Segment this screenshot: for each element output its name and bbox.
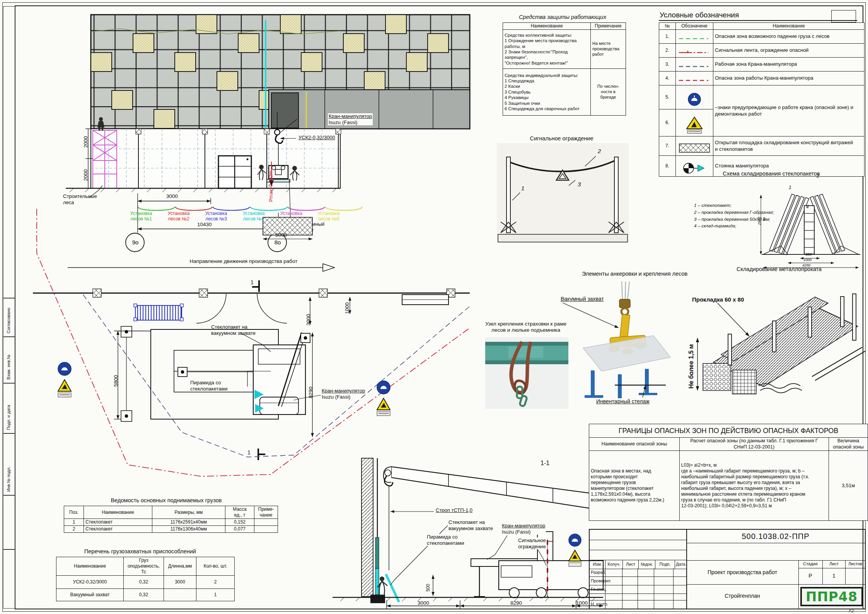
rigging-h-length: Длинна,мм (164, 557, 196, 576)
glass-storage-dim-2900: 2900 (757, 217, 761, 225)
danger-zone-name: Опасная зона в местах, над которыми прои… (589, 451, 680, 521)
protection-title: Средства защиты работающих (503, 14, 622, 20)
section-crane-label: Кран-манипуляторIsuzu (Fassi) (501, 523, 546, 535)
crane-truck-plan (178, 333, 310, 414)
legend-num-4: 4. (659, 72, 676, 85)
legend-col-name: Наименование (713, 23, 865, 30)
loads-r2-name: Стеклопакет (84, 526, 152, 533)
legend-num-5: 5. (659, 85, 676, 109)
section-title: 1-1 (541, 459, 549, 467)
tb-doc-number: 500.1038.02-ППР (686, 530, 865, 543)
plan-wall (33, 289, 470, 323)
legend-name-4: Опасна зона работы Крана-манипулятора (713, 72, 865, 85)
rigging-r1-name: УСК2-0,32/3000 (56, 576, 124, 589)
legend-symbol-danger-zone (676, 72, 713, 85)
rigging-r2-capacity: 0,32 (124, 589, 164, 601)
protection-col-name: Наименование (503, 23, 591, 30)
legend-col-sym: Обозначене (676, 23, 713, 30)
side-strip-box1-label: Взам. инв.№ (6, 355, 11, 380)
legend-name-2: Сигнальная лента, ограждение опасной (713, 44, 865, 58)
metal-storage-title: Складирование металлопроката (692, 266, 866, 273)
table-row: 1 Стеклопакет 1176х2591х40мм 0,152 (64, 519, 278, 526)
side-strip-agreed: Согласовано (6, 308, 11, 333)
glass-storage-callout-2: 2 (817, 173, 819, 179)
tb-sheet-h: Лист (823, 560, 846, 568)
fence-callout-2: 2 (598, 148, 601, 155)
open-storage-area (263, 217, 312, 235)
tb-col-data: Дата (675, 560, 686, 569)
hook-block (619, 299, 630, 315)
scaffold-label: Строительные леса (63, 193, 97, 205)
plan-glass-label-text: Стеклопакет на вакуумном захвате (211, 324, 256, 336)
section-pyramid-label: Пирамида со стеклопакетами (426, 534, 465, 546)
rigging-r2-length (164, 589, 196, 601)
tb-glspec: Гл.спец. (590, 585, 686, 594)
danger-h-name: Наименование опасной зоны (589, 438, 680, 451)
storage-fence (134, 304, 183, 321)
legend-table: № Обозначене Наименование 1. Опасная зон… (659, 22, 865, 177)
protection-col-note: Примечание (591, 23, 626, 30)
tb-sheet-value: 1 (823, 568, 846, 584)
danger-h-calc: Расчет опасной зоны (по данным табл. Г.1… (679, 438, 829, 451)
rigging-h-name: Наименование (56, 557, 124, 576)
inventory-rack (585, 369, 666, 403)
tb-col-ndok: №док. (639, 560, 655, 569)
tb-stage-h: Стадия (798, 560, 823, 568)
section-dim-8290: 8290 (510, 600, 522, 606)
dim-1000-plan-label: 1000 (344, 302, 350, 314)
loads-r2-mass: 0,077 (225, 526, 254, 533)
tb-project: Проект производства работ (686, 560, 798, 585)
plan-crane-line1: Кран-манипулятор (322, 388, 365, 394)
ppr48-logo: ППР48 (800, 587, 863, 606)
section-sling-label: Строп тСТП-1,0 (435, 507, 473, 513)
rigging-table: Наименование Груз оподъемность, Тс Длинн… (56, 557, 235, 601)
loads-h-note: Приме- чание (254, 506, 278, 519)
rigging-table-title: Перечень грузозахватных приспособлений (56, 548, 224, 555)
loads-h-name: Наименование (84, 506, 152, 519)
table-row: УСК2-0,32/3000 0,32 3000 2 (56, 576, 235, 589)
tb-col-izm: Изм. (590, 560, 605, 569)
legend-symbol-helmet-sign-icon (676, 85, 713, 109)
loads-r2-note (254, 526, 278, 533)
legend-num-1: 1. (659, 30, 676, 44)
side-strip-box3-label: Инв.№ подл. (6, 467, 11, 492)
legend-num-3: 3. (659, 58, 676, 72)
legend-num-8: 8. (659, 156, 676, 177)
dim-8290-plan-label: 8290 (308, 387, 314, 398)
anchoring-vacuum-label: Вакумный захват (560, 296, 605, 302)
legend-symbol-storage-area (676, 136, 713, 156)
table-row: 2 Стеклопакет 1176х1306х40мм 0,077 (64, 526, 278, 533)
dim-2000-top: 2000 (83, 136, 89, 148)
entrance-door (218, 156, 251, 188)
metal-height-label: Не более 1,5 м (687, 344, 695, 389)
section-crane-line1: Кран-манипулятор (502, 523, 545, 529)
fence-callout-1: 1 (521, 185, 524, 192)
legend-name-3: Рабочая зона Крана-манипулятора (713, 58, 865, 72)
legend-title-rule (659, 20, 857, 21)
legend-num-2: 2. (659, 44, 676, 58)
legend-name-7: Открытая площадка складирования конструк… (713, 136, 865, 156)
section-fence-label: Сигнальное ограждение (517, 537, 547, 549)
metal-spacer-label: Прокладка 60 x 80 (691, 296, 745, 303)
section-boom (384, 467, 603, 570)
rigging-h-capacity: Груз оподъемность, Тс (124, 557, 164, 576)
side-strip-box5 (3, 549, 15, 609)
legend-num-6: 6. (659, 109, 676, 136)
protection-individual: Средства индивидуальной защиты: 1 Спецод… (503, 69, 591, 116)
tb-col-list: Лист (623, 560, 639, 569)
rigging-r2-name: Вакуумный захват (56, 589, 124, 601)
dim-3000-plan-label: 3000 (305, 314, 312, 326)
protection-individual-note: По числен- ности в бригаде (591, 69, 626, 116)
tb-drawing-name: Стройгенплан (686, 584, 798, 609)
protection-collective: Средства коллективной защиты: 1 Огражден… (503, 30, 591, 69)
plan-pyramid-label: Пирамида со стеклопакетами (190, 380, 227, 392)
danger-zone-value: 3,51м (829, 451, 868, 521)
section-truck (499, 532, 603, 598)
loads-table-title: Ведомость основных поднимаемых грузов (64, 497, 269, 504)
danger-h-value: Величина опасной зоны (829, 438, 868, 451)
tb-razrab: Разраб. (590, 568, 686, 577)
section-dim-3000: 3000 (418, 600, 429, 606)
danger-zone-calc: L03|= a\2+b+х, м где а –наименьший габар… (679, 451, 829, 521)
title-block: Изм. Колуч. Лист №док. Подп. Дата Разраб… (589, 529, 866, 609)
section-glass-label: Стеклопакет на вакуумном захвате (448, 519, 494, 531)
